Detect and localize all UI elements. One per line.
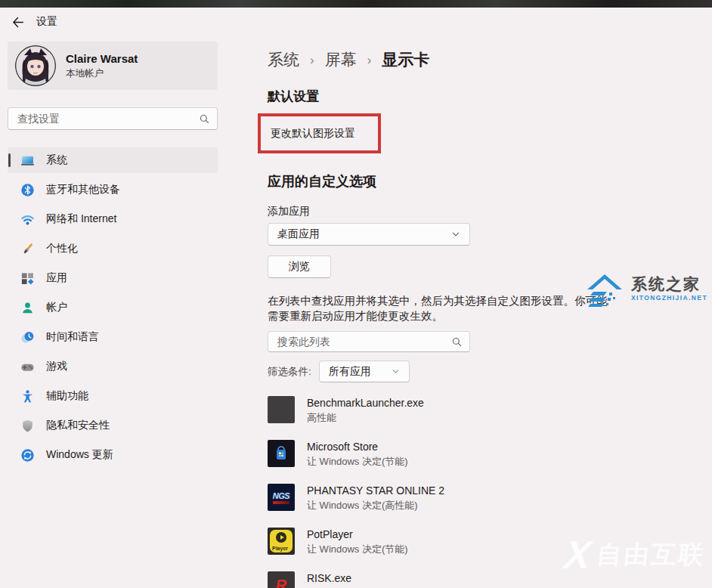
- personalization-icon: [20, 242, 35, 256]
- sidebar-item-privacy[interactable]: 隐私和安全性: [8, 413, 218, 438]
- sidebar-item-system[interactable]: 系统: [8, 147, 218, 173]
- bluetooth-icon: [20, 183, 35, 197]
- chevron-down-icon: [451, 230, 460, 239]
- sidebar-item-gaming[interactable]: 游戏: [8, 354, 218, 379]
- app-name: PotPlayer: [307, 528, 408, 541]
- sidebar-item-label: 辅助功能: [46, 389, 88, 403]
- breadcrumb-display[interactable]: 屏幕: [325, 49, 357, 70]
- benchmark-app-icon: [268, 396, 295, 423]
- sidebar-item-accounts[interactable]: 帐户: [8, 295, 218, 320]
- breadcrumb-system[interactable]: 系统: [268, 49, 299, 70]
- xitongzhijia-house-icon: [584, 269, 627, 308]
- settings-search-input[interactable]: [16, 112, 199, 125]
- sidebar-item-label: 游戏: [46, 360, 67, 373]
- filter-selected-value: 所有应用: [329, 365, 371, 379]
- app-name: PHANTASY STAR ONLINE 2: [307, 484, 444, 497]
- app-list-description: 在列表中查找应用并将其选中，然后为其选择自定义图形设置。你可能需要重新启动应用才…: [268, 293, 609, 323]
- ziyouhulian-text: 自由互联: [596, 538, 708, 572]
- potplayer-app-icon: Player: [268, 528, 295, 555]
- account-type: 本地帐户: [66, 68, 138, 80]
- default-settings-heading: 默认设置: [268, 88, 712, 106]
- app-type-dropdown[interactable]: 桌面应用: [268, 223, 470, 246]
- sidebar-item-label: Windows 更新: [46, 448, 113, 462]
- app-name: Microsoft Store: [307, 440, 408, 453]
- sidebar-item-accessibility[interactable]: 辅助功能: [8, 383, 218, 409]
- app-preference: 让 Windows 决定(节能): [307, 543, 408, 556]
- sidebar-item-label: 网络和 Internet: [46, 212, 116, 226]
- add-app-label: 添加应用: [268, 203, 712, 218]
- sidebar-item-windows-update[interactable]: Windows 更新: [8, 442, 218, 468]
- sidebar-item-apps[interactable]: 应用: [8, 265, 218, 291]
- app-row-text: BenchmarkLauncher.exe 高性能: [307, 396, 424, 425]
- sidebar-item-time-language[interactable]: 时间和语言: [8, 324, 218, 350]
- back-button[interactable]: [10, 14, 25, 29]
- accessibility-icon: [20, 389, 35, 404]
- app-row-text: PotPlayer 让 Windows 决定(节能): [307, 528, 408, 556]
- custom-options-heading: 应用的自定义选项: [268, 172, 712, 191]
- breadcrumb-separator: ›: [367, 51, 372, 68]
- app-preference: 高性能: [307, 411, 424, 425]
- sidebar-item-label: 系统: [46, 153, 67, 167]
- sidebar-item-label: 蓝牙和其他设备: [46, 183, 120, 197]
- list-search-input[interactable]: [276, 335, 451, 348]
- sidebar-item-label: 隐私和安全性: [46, 419, 110, 432]
- back-arrow-icon: [11, 16, 24, 29]
- xitongzhijia-watermark: 系统之家 XITONGZHIJIA.NET: [584, 269, 707, 308]
- risk-logo-text: R: [276, 577, 286, 588]
- app-row-text: PHANTASY STAR ONLINE 2 让 Windows 决定(高性能): [307, 484, 444, 512]
- breadcrumb: 系统 › 屏幕 › 显示卡: [268, 48, 712, 71]
- filter-row: 筛选条件: 所有应用: [268, 361, 712, 382]
- pso2-logo-text: NGS: [273, 491, 289, 500]
- filter-label: 筛选条件:: [268, 365, 311, 379]
- browse-button[interactable]: 浏览: [268, 255, 331, 278]
- app-preference: 让 Windows 决定(节能): [307, 455, 408, 469]
- app-type-selected-value: 桌面应用: [277, 227, 320, 241]
- pso2-logo-bar: [273, 501, 289, 504]
- breadcrumb-separator: ›: [310, 51, 314, 68]
- sidebar-item-label: 时间和语言: [46, 330, 99, 344]
- sidebar-item-personalization[interactable]: 个性化: [8, 236, 218, 262]
- pso2-app-icon: NGS: [268, 484, 295, 511]
- app-name: RISK.exe: [307, 571, 351, 585]
- xitongzhijia-name: 系统之家: [631, 276, 707, 292]
- app-name: BenchmarkLauncher.exe: [307, 396, 424, 410]
- sidebar-item-label: 帐户: [46, 301, 67, 314]
- sidebar-item-bluetooth[interactable]: 蓝牙和其他设备: [8, 177, 218, 203]
- chevron-down-icon: [392, 367, 400, 376]
- ziyouhulian-watermark: X 自由互联: [563, 535, 708, 574]
- sidebar: Claire Warsat 本地帐户: [0, 36, 227, 588]
- xitongzhijia-domain: XITONGZHIJIA.NET: [631, 295, 707, 302]
- sidebar-nav: 系统 蓝牙和其他设备: [8, 147, 218, 468]
- app-row-text: Microsoft Store 让 Windows 决定(节能): [307, 440, 408, 469]
- system-icon: [20, 153, 35, 168]
- user-name: Claire Warsat: [66, 52, 138, 67]
- network-icon: [20, 212, 35, 227]
- ziyouhulian-x-logo: X: [563, 535, 593, 574]
- filter-dropdown[interactable]: 所有应用: [319, 361, 410, 382]
- app-preference: 让 Windows 决定(高性能): [307, 499, 444, 512]
- avatar: [15, 45, 56, 86]
- list-search-box[interactable]: [268, 331, 470, 352]
- accounts-icon: [20, 301, 35, 315]
- search-icon: [199, 113, 210, 125]
- microsoft-store-app-icon: [268, 440, 295, 467]
- potplayer-logo-text: Player: [272, 546, 288, 551]
- apps-icon: [20, 271, 35, 286]
- search-icon: [451, 336, 463, 348]
- sidebar-item-label: 个性化: [46, 242, 78, 255]
- sidebar-item-network[interactable]: 网络和 Internet: [8, 206, 218, 232]
- time-language-icon: [20, 330, 35, 345]
- profile-text: Claire Warsat 本地帐户: [66, 52, 138, 79]
- user-profile[interactable]: Claire Warsat 本地帐户: [8, 42, 218, 90]
- gaming-icon: [20, 360, 35, 374]
- titlebar: 设置: [0, 8, 712, 36]
- breadcrumb-graphics: 显示卡: [382, 49, 429, 70]
- change-default-graphics-link[interactable]: 更改默认图形设置: [271, 127, 355, 139]
- settings-search-box[interactable]: [8, 107, 218, 130]
- annotation-red-box: 更改默认图形设置: [258, 113, 381, 153]
- app-row[interactable]: BenchmarkLauncher.exe 高性能: [268, 396, 712, 423]
- sidebar-item-label: 应用: [46, 271, 67, 285]
- app-row[interactable]: Microsoft Store 让 Windows 决定(节能): [268, 440, 712, 467]
- app-row[interactable]: NGS PHANTASY STAR ONLINE 2 让 Windows 决定(…: [268, 484, 712, 511]
- privacy-shield-icon: [20, 419, 35, 433]
